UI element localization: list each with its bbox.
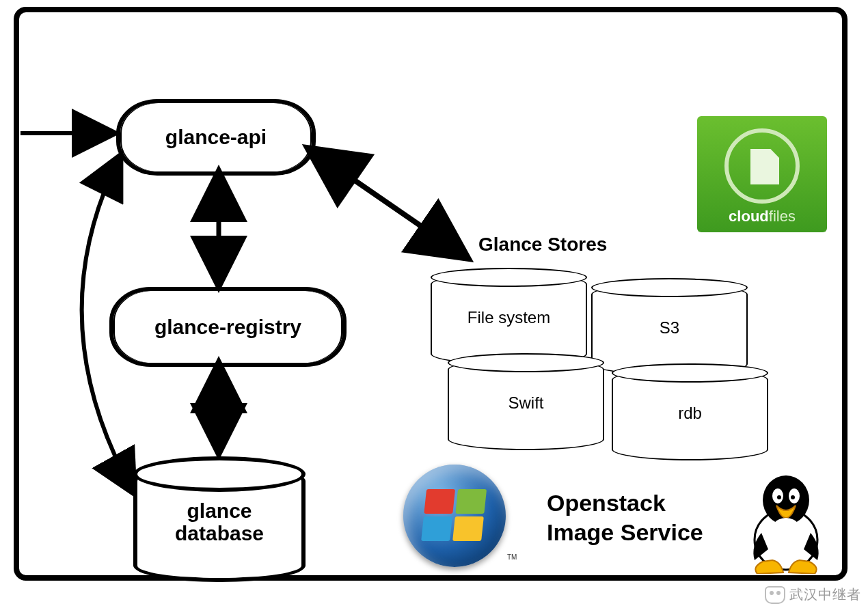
db-label-line1: glance [187,499,252,522]
title-line1: Openstack [547,490,666,516]
node-glance-database: glance database [133,465,306,582]
store-rdb-label: rdb [613,404,767,423]
diagram-title: Openstack Image Service [547,488,703,547]
watermark-text: 武汉中继者 [789,585,861,604]
svg-point-5 [791,495,795,499]
node-glance-api-label: glance-api [165,126,267,149]
windows-tm: TM [507,553,517,561]
store-swift: Swift [448,359,604,450]
node-glance-api: glance-api [116,99,316,176]
cloudfiles-light: files [769,208,796,225]
db-label-line2: database [175,522,264,544]
store-s3: S3 [591,284,748,375]
store-rdb: rdb [612,369,768,460]
glance-stores-heading: Glance Stores [478,234,607,255]
cloudfiles-bold: cloud [729,208,769,225]
linux-tux-icon [738,465,834,574]
cloudfiles-text: cloudfiles [697,208,827,225]
cloudfiles-circle-icon [724,128,800,204]
store-swift-label: Swift [449,393,603,413]
store-s3-label: S3 [593,318,746,337]
svg-point-4 [777,495,781,499]
wechat-icon [765,586,785,604]
store-filesystem-label: File system [432,308,586,327]
svg-point-6 [767,518,805,564]
watermark: 武汉中继者 [765,585,861,604]
node-glance-registry: glance-registry [109,287,347,367]
node-glance-database-label: glance database [137,499,301,544]
windows-logo-icon: TM [403,465,506,567]
title-line2: Image Service [547,519,703,545]
cloudfiles-logo: cloudfiles [697,116,827,232]
node-glance-registry-label: glance-registry [154,316,301,339]
store-filesystem: File system [431,273,587,365]
